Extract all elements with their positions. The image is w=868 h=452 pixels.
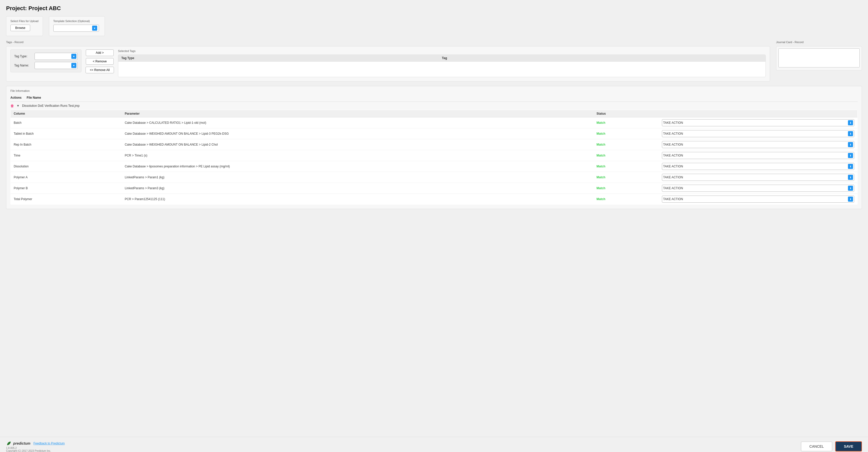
action-select-value[interactable]: TAKE ACTION	[663, 154, 848, 157]
mapping-col-column: Column	[11, 110, 122, 118]
status-badge: Match	[596, 187, 605, 190]
mapping-status-cell: Match	[593, 194, 659, 205]
action-select-arrow[interactable]: ⬇	[848, 131, 853, 136]
mapping-action-cell: TAKE ACTION⬇	[659, 150, 858, 161]
status-badge: Match	[596, 175, 605, 179]
action-select-arrow[interactable]: ⬇	[848, 175, 853, 180]
table-row: TimePCR > Time1 (s)MatchTAKE ACTION⬇	[11, 150, 858, 161]
mapping-action-cell: TAKE ACTION⬇	[659, 139, 858, 150]
mapping-column-cell: Polymer B	[11, 183, 122, 194]
browse-button[interactable]: Browse	[10, 25, 30, 31]
action-select-arrow[interactable]: ⬇	[848, 142, 853, 147]
action-select-value[interactable]: TAKE ACTION	[663, 165, 848, 168]
table-row: Tablet in BatchCake Database > WEIGHED A…	[11, 128, 858, 139]
upload-section: Select Files for Upload Browse	[6, 16, 43, 36]
remove-all-tags-button[interactable]: << Remove All	[86, 67, 114, 73]
expand-file-icon[interactable]: ▼	[17, 104, 20, 107]
tag-name-select-wrap: ▼	[34, 62, 78, 69]
mapping-status-cell: Match	[593, 161, 659, 172]
mapping-parameter-cell: Cake Database > WEIGHED AMOUNT ON BALANC…	[122, 128, 593, 139]
selected-tags-col-type: Tag Type	[121, 56, 442, 60]
footer-left: predictum Feedback to Predictum 1.8.005.…	[6, 441, 65, 452]
action-select-value[interactable]: TAKE ACTION	[663, 175, 848, 179]
mapping-parameter-cell: Cake Database > CALCULATED RATIO1 > Lipi…	[122, 118, 593, 128]
selected-tags-label: Selected Tags	[118, 50, 766, 53]
tag-buttons-group: Add > < Remove << Remove All	[86, 50, 114, 73]
mapping-status-cell: Match	[593, 150, 659, 161]
action-select-wrap: TAKE ACTION⬇	[662, 196, 854, 203]
action-select-value[interactable]: TAKE ACTION	[663, 143, 848, 147]
selected-tags-body	[118, 62, 766, 77]
mapping-action-cell: TAKE ACTION⬇	[659, 172, 858, 183]
footer-version: 1.8.005.2 Copyright (C) 2017-2023 Predic…	[6, 447, 65, 452]
status-badge: Match	[596, 197, 605, 201]
template-select-arrow[interactable]: ▼	[92, 26, 97, 31]
upload-label: Select Files for Upload	[10, 20, 38, 23]
mapping-parameter-cell: LinkedParams > Param1 (kg)	[122, 172, 593, 183]
selected-tags-col-tag: Tag	[442, 56, 763, 60]
action-select-arrow[interactable]: ⬇	[848, 186, 853, 191]
tag-name-label: Tag Name:	[14, 64, 32, 67]
tag-type-select-wrap: ▼	[34, 53, 78, 60]
tag-type-arrow[interactable]: ▼	[71, 54, 76, 59]
mapping-action-cell: TAKE ACTION⬇	[659, 161, 858, 172]
logo-icon	[6, 441, 12, 446]
journal-card-textarea[interactable]	[778, 49, 860, 67]
mapping-column-cell: Rep In Batch	[11, 139, 122, 150]
action-select-value[interactable]: TAKE ACTION	[663, 197, 848, 201]
mapping-column-cell: Polymer A	[11, 172, 122, 183]
mapping-status-cell: Match	[593, 128, 659, 139]
file-info-label: File Information	[10, 89, 858, 92]
logo-text: predictum	[13, 441, 30, 445]
table-row: Total PolymerPCR > Param12541125 (111)Ma…	[11, 194, 858, 205]
template-section: Template Selection (Optional) ▼	[49, 16, 105, 36]
file-name: Dissolution DoE Verification Runs Test.j…	[22, 104, 80, 107]
mapping-parameter-cell: PCR > Param12541125 (111)	[122, 194, 593, 205]
delete-file-icon[interactable]: 🗑	[10, 104, 14, 108]
action-select-value[interactable]: TAKE ACTION	[663, 132, 848, 135]
action-select-wrap: TAKE ACTION⬇	[662, 141, 854, 148]
table-row: Rep In BatchCake Database > WEIGHED AMOU…	[11, 139, 858, 150]
mapping-parameter-cell: Cake Database > liposomes preparation in…	[122, 161, 593, 172]
mapping-table: Column Parameter Status BatchCake Databa…	[10, 110, 858, 205]
status-badge: Match	[596, 165, 605, 168]
action-select-arrow[interactable]: ⬇	[848, 153, 853, 158]
footer-logo: predictum Feedback to Predictum	[6, 441, 65, 446]
mapping-status-cell: Match	[593, 139, 659, 150]
mapping-status-cell: Match	[593, 172, 659, 183]
mapping-parameter-cell: PCR > Time1 (s)	[122, 150, 593, 161]
tag-type-label: Tag Type:	[14, 55, 32, 58]
cancel-button[interactable]: CANCEL	[801, 442, 832, 451]
selected-tags-table: Tag Type Tag	[118, 55, 766, 77]
mapping-action-cell: TAKE ACTION⬇	[659, 183, 858, 194]
action-select-arrow[interactable]: ⬇	[848, 120, 853, 125]
remove-tag-button[interactable]: < Remove	[86, 58, 114, 65]
mapping-parameter-cell: Cake Database > WEIGHED AMOUNT ON BALANC…	[122, 139, 593, 150]
action-select-arrow[interactable]: ⬇	[848, 197, 853, 202]
action-select-value[interactable]: TAKE ACTION	[663, 121, 848, 125]
file-info-header: Actions File Name	[10, 95, 858, 102]
table-row: Polymer ALinkedParams > Param1 (kg)Match…	[11, 172, 858, 183]
status-badge: Match	[596, 143, 605, 147]
journal-card-section: Journal Card - Record	[776, 40, 862, 70]
status-badge: Match	[596, 132, 605, 135]
mapping-parameter-cell: LinkedParams > Param3 (kg)	[122, 183, 593, 194]
tag-name-arrow[interactable]: ▼	[71, 63, 76, 68]
mapping-column-cell: Time	[11, 150, 122, 161]
action-select-wrap: TAKE ACTION⬇	[662, 152, 854, 159]
action-select-value[interactable]: TAKE ACTION	[663, 187, 848, 190]
mapping-column-cell: Dissolution	[11, 161, 122, 172]
action-select-wrap: TAKE ACTION⬇	[662, 174, 854, 181]
save-button[interactable]: SAVE	[835, 441, 862, 451]
col-actions: Actions	[10, 96, 22, 99]
tag-form: Tag Type: ▼ Tag Name: ▼	[10, 50, 82, 72]
mapping-action-cell: TAKE ACTION⬇	[659, 194, 858, 205]
add-tag-button[interactable]: Add >	[86, 50, 114, 56]
action-select-arrow[interactable]: ⬇	[848, 164, 853, 169]
tags-section: Tags - Record Tag Type: ▼ Tag Na	[6, 40, 770, 86]
action-select-wrap: TAKE ACTION⬇	[662, 185, 854, 192]
mapping-col-parameter: Parameter	[122, 110, 593, 118]
feedback-link[interactable]: Feedback to Predictum	[33, 442, 65, 445]
tags-label: Tags - Record	[6, 40, 770, 44]
journal-card-inner	[776, 46, 862, 70]
